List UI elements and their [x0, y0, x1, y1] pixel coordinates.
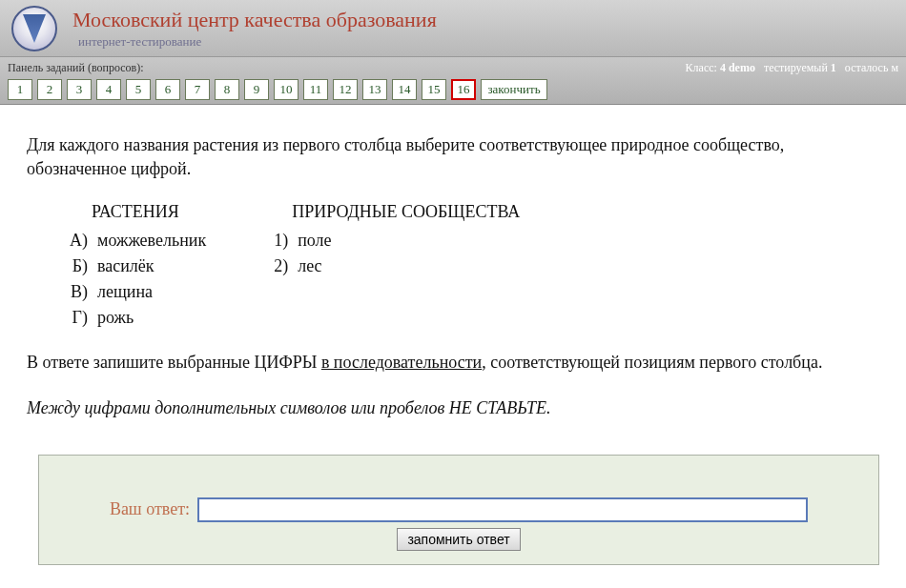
logo-icon [11, 6, 57, 51]
left-item: Б)василёк [63, 254, 206, 278]
class-value: 4 demo [720, 61, 755, 74]
task-button-14[interactable]: 14 [392, 79, 417, 100]
left-item: А)можжевельник [63, 229, 206, 253]
finish-button[interactable]: закончить [481, 79, 547, 100]
task-button-2[interactable]: 2 [37, 79, 62, 100]
task-button-3[interactable]: 3 [67, 79, 92, 100]
task-button-12[interactable]: 12 [333, 79, 358, 100]
left-item: Г)рожь [63, 306, 206, 330]
task-button-10[interactable]: 10 [274, 79, 299, 100]
page-title: Московский центр качества образования [72, 8, 437, 32]
user-label: тестируемый [764, 61, 828, 74]
task-button-1[interactable]: 1 [8, 79, 32, 100]
page-subtitle: интернет-тестирование [78, 34, 437, 50]
class-label: Класс: [686, 61, 717, 74]
instruction-text: В ответе запишите выбранные ЦИФРЫ в посл… [27, 351, 879, 375]
right-column: ПРИРОДНЫЕ СООБЩЕСТВА 1)поле2)лес [263, 200, 520, 332]
task-panel: Панель заданий (вопросов): Класс: 4 demo… [0, 57, 906, 105]
remember-button[interactable]: запомнить ответ [397, 528, 520, 551]
user-value: 1 [831, 61, 836, 74]
left-item: В)лещина [63, 280, 206, 304]
task-button-16[interactable]: 16 [451, 79, 476, 100]
question-content: Для каждого названия растения из первого… [0, 105, 906, 430]
left-column: РАСТЕНИЯ А)можжевельникБ)василёкВ)лещина… [63, 200, 206, 332]
task-button-11[interactable]: 11 [303, 79, 328, 100]
task-button-9[interactable]: 9 [244, 79, 269, 100]
question-intro: Для каждого названия растения из первого… [27, 133, 879, 181]
note-text: Между цифрами дополнительных символов ил… [27, 396, 879, 420]
task-button-6[interactable]: 6 [155, 79, 180, 100]
answer-label: Ваш ответ: [110, 499, 190, 519]
match-table: РАСТЕНИЯ А)можжевельникБ)василёкВ)лещина… [63, 200, 879, 332]
panel-status: Класс: 4 demo тестируемый 1 осталось м [680, 61, 898, 75]
task-button-4[interactable]: 4 [96, 79, 121, 100]
answer-panel: Ваш ответ: запомнить ответ [38, 455, 879, 565]
answer-input[interactable] [197, 497, 808, 522]
app-header: Московский центр качества образования ин… [0, 0, 906, 57]
task-button-13[interactable]: 13 [362, 79, 387, 100]
task-button-5[interactable]: 5 [126, 79, 151, 100]
task-button-15[interactable]: 15 [422, 79, 446, 100]
left-header: РАСТЕНИЯ [92, 200, 206, 224]
task-buttons-row: 12345678910111213141516закончить [8, 79, 898, 100]
task-button-8[interactable]: 8 [215, 79, 239, 100]
remaining-label: осталось м [845, 61, 898, 74]
right-item: 1)поле [263, 229, 520, 253]
right-item: 2)лес [263, 254, 520, 278]
task-button-7[interactable]: 7 [185, 79, 210, 100]
header-text: Московский центр качества образования ин… [72, 8, 437, 50]
right-header: ПРИРОДНЫЕ СООБЩЕСТВА [292, 200, 520, 224]
